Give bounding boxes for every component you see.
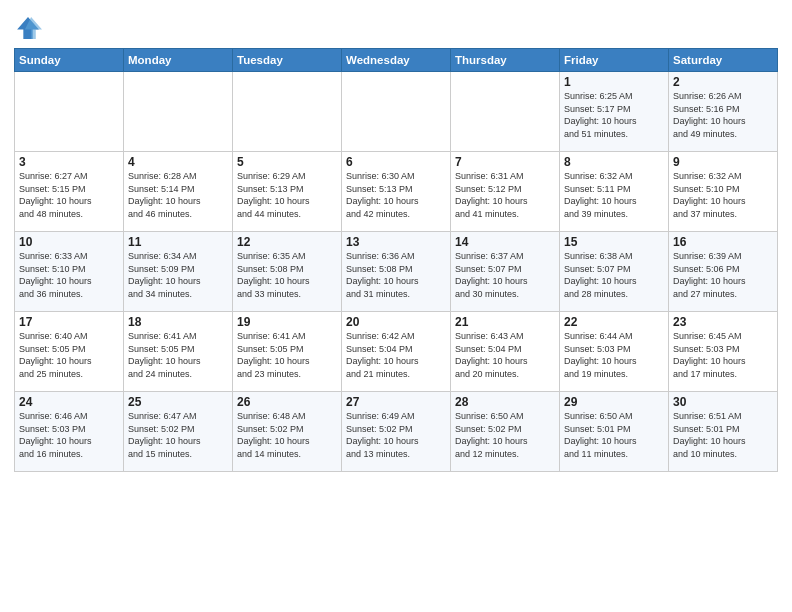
weekday-header-sunday: Sunday xyxy=(15,49,124,72)
day-info: Sunrise: 6:31 AM Sunset: 5:12 PM Dayligh… xyxy=(455,170,555,220)
calendar-cell: 17Sunrise: 6:40 AM Sunset: 5:05 PM Dayli… xyxy=(15,312,124,392)
calendar-cell: 28Sunrise: 6:50 AM Sunset: 5:02 PM Dayli… xyxy=(451,392,560,472)
day-info: Sunrise: 6:42 AM Sunset: 5:04 PM Dayligh… xyxy=(346,330,446,380)
day-number: 3 xyxy=(19,155,119,169)
calendar-cell xyxy=(124,72,233,152)
day-number: 20 xyxy=(346,315,446,329)
calendar-cell: 6Sunrise: 6:30 AM Sunset: 5:13 PM Daylig… xyxy=(342,152,451,232)
calendar-table: SundayMondayTuesdayWednesdayThursdayFrid… xyxy=(14,48,778,472)
day-info: Sunrise: 6:26 AM Sunset: 5:16 PM Dayligh… xyxy=(673,90,773,140)
calendar-cell: 13Sunrise: 6:36 AM Sunset: 5:08 PM Dayli… xyxy=(342,232,451,312)
day-number: 11 xyxy=(128,235,228,249)
day-info: Sunrise: 6:37 AM Sunset: 5:07 PM Dayligh… xyxy=(455,250,555,300)
day-number: 12 xyxy=(237,235,337,249)
day-number: 4 xyxy=(128,155,228,169)
calendar-cell: 18Sunrise: 6:41 AM Sunset: 5:05 PM Dayli… xyxy=(124,312,233,392)
calendar-week-1: 1Sunrise: 6:25 AM Sunset: 5:17 PM Daylig… xyxy=(15,72,778,152)
logo xyxy=(14,14,46,42)
day-number: 25 xyxy=(128,395,228,409)
day-info: Sunrise: 6:35 AM Sunset: 5:08 PM Dayligh… xyxy=(237,250,337,300)
calendar-cell: 12Sunrise: 6:35 AM Sunset: 5:08 PM Dayli… xyxy=(233,232,342,312)
calendar-cell xyxy=(233,72,342,152)
day-info: Sunrise: 6:43 AM Sunset: 5:04 PM Dayligh… xyxy=(455,330,555,380)
day-number: 15 xyxy=(564,235,664,249)
calendar-cell: 14Sunrise: 6:37 AM Sunset: 5:07 PM Dayli… xyxy=(451,232,560,312)
logo-icon xyxy=(14,14,42,42)
weekday-header-wednesday: Wednesday xyxy=(342,49,451,72)
day-info: Sunrise: 6:51 AM Sunset: 5:01 PM Dayligh… xyxy=(673,410,773,460)
day-number: 10 xyxy=(19,235,119,249)
day-number: 28 xyxy=(455,395,555,409)
calendar-cell: 16Sunrise: 6:39 AM Sunset: 5:06 PM Dayli… xyxy=(669,232,778,312)
calendar-cell: 8Sunrise: 6:32 AM Sunset: 5:11 PM Daylig… xyxy=(560,152,669,232)
weekday-header-monday: Monday xyxy=(124,49,233,72)
calendar-cell: 24Sunrise: 6:46 AM Sunset: 5:03 PM Dayli… xyxy=(15,392,124,472)
calendar-cell: 7Sunrise: 6:31 AM Sunset: 5:12 PM Daylig… xyxy=(451,152,560,232)
calendar-cell: 22Sunrise: 6:44 AM Sunset: 5:03 PM Dayli… xyxy=(560,312,669,392)
day-number: 1 xyxy=(564,75,664,89)
calendar-body: 1Sunrise: 6:25 AM Sunset: 5:17 PM Daylig… xyxy=(15,72,778,472)
day-info: Sunrise: 6:30 AM Sunset: 5:13 PM Dayligh… xyxy=(346,170,446,220)
day-number: 27 xyxy=(346,395,446,409)
day-number: 21 xyxy=(455,315,555,329)
calendar-cell: 27Sunrise: 6:49 AM Sunset: 5:02 PM Dayli… xyxy=(342,392,451,472)
calendar-cell: 5Sunrise: 6:29 AM Sunset: 5:13 PM Daylig… xyxy=(233,152,342,232)
day-info: Sunrise: 6:44 AM Sunset: 5:03 PM Dayligh… xyxy=(564,330,664,380)
day-info: Sunrise: 6:50 AM Sunset: 5:02 PM Dayligh… xyxy=(455,410,555,460)
calendar-cell: 10Sunrise: 6:33 AM Sunset: 5:10 PM Dayli… xyxy=(15,232,124,312)
page-container: SundayMondayTuesdayWednesdayThursdayFrid… xyxy=(0,0,792,478)
calendar-cell: 9Sunrise: 6:32 AM Sunset: 5:10 PM Daylig… xyxy=(669,152,778,232)
calendar-cell: 30Sunrise: 6:51 AM Sunset: 5:01 PM Dayli… xyxy=(669,392,778,472)
day-info: Sunrise: 6:32 AM Sunset: 5:10 PM Dayligh… xyxy=(673,170,773,220)
calendar-cell: 4Sunrise: 6:28 AM Sunset: 5:14 PM Daylig… xyxy=(124,152,233,232)
day-number: 16 xyxy=(673,235,773,249)
day-info: Sunrise: 6:50 AM Sunset: 5:01 PM Dayligh… xyxy=(564,410,664,460)
calendar-cell: 26Sunrise: 6:48 AM Sunset: 5:02 PM Dayli… xyxy=(233,392,342,472)
day-info: Sunrise: 6:41 AM Sunset: 5:05 PM Dayligh… xyxy=(128,330,228,380)
day-number: 5 xyxy=(237,155,337,169)
calendar-cell: 2Sunrise: 6:26 AM Sunset: 5:16 PM Daylig… xyxy=(669,72,778,152)
day-info: Sunrise: 6:47 AM Sunset: 5:02 PM Dayligh… xyxy=(128,410,228,460)
calendar-week-3: 10Sunrise: 6:33 AM Sunset: 5:10 PM Dayli… xyxy=(15,232,778,312)
day-info: Sunrise: 6:40 AM Sunset: 5:05 PM Dayligh… xyxy=(19,330,119,380)
day-number: 14 xyxy=(455,235,555,249)
header xyxy=(14,10,778,42)
day-number: 19 xyxy=(237,315,337,329)
day-number: 8 xyxy=(564,155,664,169)
day-number: 24 xyxy=(19,395,119,409)
calendar-cell: 23Sunrise: 6:45 AM Sunset: 5:03 PM Dayli… xyxy=(669,312,778,392)
day-number: 17 xyxy=(19,315,119,329)
day-info: Sunrise: 6:49 AM Sunset: 5:02 PM Dayligh… xyxy=(346,410,446,460)
calendar-cell: 1Sunrise: 6:25 AM Sunset: 5:17 PM Daylig… xyxy=(560,72,669,152)
weekday-header-row: SundayMondayTuesdayWednesdayThursdayFrid… xyxy=(15,49,778,72)
day-info: Sunrise: 6:46 AM Sunset: 5:03 PM Dayligh… xyxy=(19,410,119,460)
calendar-cell: 11Sunrise: 6:34 AM Sunset: 5:09 PM Dayli… xyxy=(124,232,233,312)
day-info: Sunrise: 6:48 AM Sunset: 5:02 PM Dayligh… xyxy=(237,410,337,460)
day-info: Sunrise: 6:38 AM Sunset: 5:07 PM Dayligh… xyxy=(564,250,664,300)
day-number: 7 xyxy=(455,155,555,169)
calendar-cell: 3Sunrise: 6:27 AM Sunset: 5:15 PM Daylig… xyxy=(15,152,124,232)
calendar-cell: 21Sunrise: 6:43 AM Sunset: 5:04 PM Dayli… xyxy=(451,312,560,392)
day-info: Sunrise: 6:29 AM Sunset: 5:13 PM Dayligh… xyxy=(237,170,337,220)
day-info: Sunrise: 6:27 AM Sunset: 5:15 PM Dayligh… xyxy=(19,170,119,220)
day-number: 6 xyxy=(346,155,446,169)
calendar-header: SundayMondayTuesdayWednesdayThursdayFrid… xyxy=(15,49,778,72)
calendar-cell xyxy=(15,72,124,152)
day-info: Sunrise: 6:28 AM Sunset: 5:14 PM Dayligh… xyxy=(128,170,228,220)
day-number: 2 xyxy=(673,75,773,89)
calendar-cell: 19Sunrise: 6:41 AM Sunset: 5:05 PM Dayli… xyxy=(233,312,342,392)
weekday-header-thursday: Thursday xyxy=(451,49,560,72)
calendar-cell: 20Sunrise: 6:42 AM Sunset: 5:04 PM Dayli… xyxy=(342,312,451,392)
calendar-cell: 29Sunrise: 6:50 AM Sunset: 5:01 PM Dayli… xyxy=(560,392,669,472)
day-number: 29 xyxy=(564,395,664,409)
calendar-cell xyxy=(342,72,451,152)
day-number: 22 xyxy=(564,315,664,329)
day-number: 9 xyxy=(673,155,773,169)
calendar-week-5: 24Sunrise: 6:46 AM Sunset: 5:03 PM Dayli… xyxy=(15,392,778,472)
calendar-week-4: 17Sunrise: 6:40 AM Sunset: 5:05 PM Dayli… xyxy=(15,312,778,392)
day-number: 26 xyxy=(237,395,337,409)
calendar-cell xyxy=(451,72,560,152)
day-info: Sunrise: 6:41 AM Sunset: 5:05 PM Dayligh… xyxy=(237,330,337,380)
day-number: 13 xyxy=(346,235,446,249)
day-info: Sunrise: 6:33 AM Sunset: 5:10 PM Dayligh… xyxy=(19,250,119,300)
